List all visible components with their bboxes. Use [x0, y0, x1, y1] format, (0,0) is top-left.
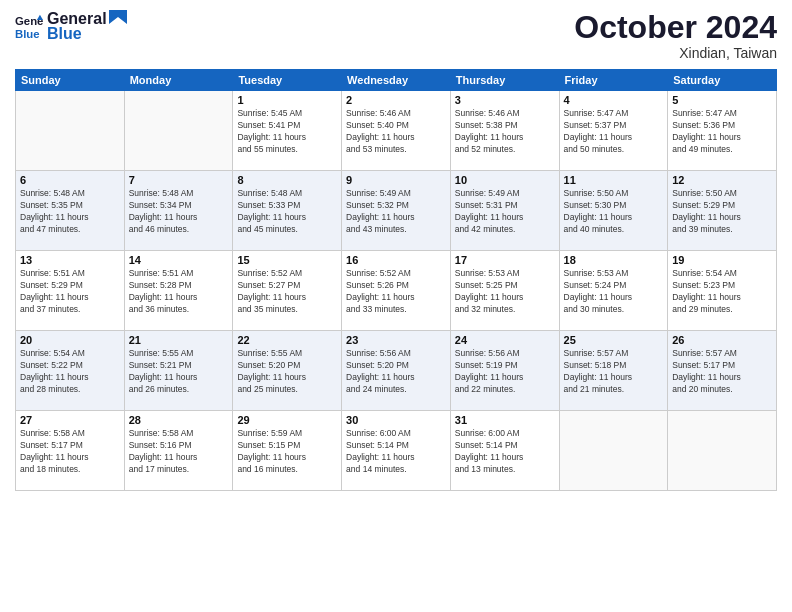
calendar-day-cell — [668, 411, 777, 491]
calendar-week-row: 1Sunrise: 5:45 AMSunset: 5:41 PMDaylight… — [16, 91, 777, 171]
day-number: 13 — [20, 254, 120, 266]
day-info: Sunrise: 5:45 AMSunset: 5:41 PMDaylight:… — [237, 108, 337, 156]
day-info: Sunrise: 5:54 AMSunset: 5:23 PMDaylight:… — [672, 268, 772, 316]
calendar-day-cell: 17Sunrise: 5:53 AMSunset: 5:25 PMDayligh… — [450, 251, 559, 331]
day-info: Sunrise: 5:58 AMSunset: 5:16 PMDaylight:… — [129, 428, 229, 476]
day-number: 8 — [237, 174, 337, 186]
calendar-week-row: 20Sunrise: 5:54 AMSunset: 5:22 PMDayligh… — [16, 331, 777, 411]
day-number: 28 — [129, 414, 229, 426]
day-number: 25 — [564, 334, 664, 346]
day-number: 30 — [346, 414, 446, 426]
day-number: 5 — [672, 94, 772, 106]
calendar-day-cell: 5Sunrise: 5:47 AMSunset: 5:36 PMDaylight… — [668, 91, 777, 171]
day-number: 31 — [455, 414, 555, 426]
title-block: October 2024 Xindian, Taiwan — [574, 10, 777, 61]
calendar-day-cell: 19Sunrise: 5:54 AMSunset: 5:23 PMDayligh… — [668, 251, 777, 331]
day-number: 23 — [346, 334, 446, 346]
calendar-day-cell: 28Sunrise: 5:58 AMSunset: 5:16 PMDayligh… — [124, 411, 233, 491]
calendar-day-cell: 14Sunrise: 5:51 AMSunset: 5:28 PMDayligh… — [124, 251, 233, 331]
day-number: 6 — [20, 174, 120, 186]
calendar-day-cell: 23Sunrise: 5:56 AMSunset: 5:20 PMDayligh… — [342, 331, 451, 411]
calendar-day-cell: 22Sunrise: 5:55 AMSunset: 5:20 PMDayligh… — [233, 331, 342, 411]
day-number: 19 — [672, 254, 772, 266]
calendar-day-cell — [124, 91, 233, 171]
day-number: 22 — [237, 334, 337, 346]
day-number: 24 — [455, 334, 555, 346]
day-number: 1 — [237, 94, 337, 106]
day-info: Sunrise: 5:58 AMSunset: 5:17 PMDaylight:… — [20, 428, 120, 476]
calendar-day-cell: 8Sunrise: 5:48 AMSunset: 5:33 PMDaylight… — [233, 171, 342, 251]
calendar-day-cell: 26Sunrise: 5:57 AMSunset: 5:17 PMDayligh… — [668, 331, 777, 411]
day-number: 26 — [672, 334, 772, 346]
day-info: Sunrise: 6:00 AMSunset: 5:14 PMDaylight:… — [455, 428, 555, 476]
day-number: 20 — [20, 334, 120, 346]
day-info: Sunrise: 5:48 AMSunset: 5:34 PMDaylight:… — [129, 188, 229, 236]
day-number: 11 — [564, 174, 664, 186]
day-number: 14 — [129, 254, 229, 266]
day-info: Sunrise: 5:57 AMSunset: 5:18 PMDaylight:… — [564, 348, 664, 396]
calendar-day-cell: 25Sunrise: 5:57 AMSunset: 5:18 PMDayligh… — [559, 331, 668, 411]
svg-marker-4 — [109, 10, 127, 24]
month-title: October 2024 — [574, 10, 777, 45]
calendar-day-cell: 9Sunrise: 5:49 AMSunset: 5:32 PMDaylight… — [342, 171, 451, 251]
calendar-day-cell: 30Sunrise: 6:00 AMSunset: 5:14 PMDayligh… — [342, 411, 451, 491]
calendar-week-row: 27Sunrise: 5:58 AMSunset: 5:17 PMDayligh… — [16, 411, 777, 491]
calendar-day-cell: 4Sunrise: 5:47 AMSunset: 5:37 PMDaylight… — [559, 91, 668, 171]
calendar-table: SundayMondayTuesdayWednesdayThursdayFrid… — [15, 69, 777, 491]
logo-icon: General Blue — [15, 13, 43, 41]
calendar-day-cell: 24Sunrise: 5:56 AMSunset: 5:19 PMDayligh… — [450, 331, 559, 411]
day-number: 16 — [346, 254, 446, 266]
day-number: 27 — [20, 414, 120, 426]
calendar-day-cell: 27Sunrise: 5:58 AMSunset: 5:17 PMDayligh… — [16, 411, 125, 491]
day-info: Sunrise: 5:57 AMSunset: 5:17 PMDaylight:… — [672, 348, 772, 396]
weekday-header-monday: Monday — [124, 70, 233, 91]
day-info: Sunrise: 5:49 AMSunset: 5:32 PMDaylight:… — [346, 188, 446, 236]
day-number: 12 — [672, 174, 772, 186]
calendar-day-cell: 21Sunrise: 5:55 AMSunset: 5:21 PMDayligh… — [124, 331, 233, 411]
calendar-day-cell: 10Sunrise: 5:49 AMSunset: 5:31 PMDayligh… — [450, 171, 559, 251]
calendar-day-cell: 6Sunrise: 5:48 AMSunset: 5:35 PMDaylight… — [16, 171, 125, 251]
weekday-header-friday: Friday — [559, 70, 668, 91]
day-info: Sunrise: 5:52 AMSunset: 5:27 PMDaylight:… — [237, 268, 337, 316]
calendar-week-row: 6Sunrise: 5:48 AMSunset: 5:35 PMDaylight… — [16, 171, 777, 251]
calendar-day-cell: 15Sunrise: 5:52 AMSunset: 5:27 PMDayligh… — [233, 251, 342, 331]
logo: General Blue General Blue — [15, 10, 127, 43]
day-info: Sunrise: 5:55 AMSunset: 5:21 PMDaylight:… — [129, 348, 229, 396]
calendar-day-cell: 16Sunrise: 5:52 AMSunset: 5:26 PMDayligh… — [342, 251, 451, 331]
day-number: 3 — [455, 94, 555, 106]
day-info: Sunrise: 5:48 AMSunset: 5:35 PMDaylight:… — [20, 188, 120, 236]
day-info: Sunrise: 5:51 AMSunset: 5:28 PMDaylight:… — [129, 268, 229, 316]
calendar-day-cell — [16, 91, 125, 171]
day-number: 17 — [455, 254, 555, 266]
day-number: 4 — [564, 94, 664, 106]
day-info: Sunrise: 5:56 AMSunset: 5:19 PMDaylight:… — [455, 348, 555, 396]
day-info: Sunrise: 5:46 AMSunset: 5:38 PMDaylight:… — [455, 108, 555, 156]
day-info: Sunrise: 5:59 AMSunset: 5:15 PMDaylight:… — [237, 428, 337, 476]
day-info: Sunrise: 5:53 AMSunset: 5:25 PMDaylight:… — [455, 268, 555, 316]
calendar-day-cell: 31Sunrise: 6:00 AMSunset: 5:14 PMDayligh… — [450, 411, 559, 491]
page-header: General Blue General Blue October 2024 X… — [15, 10, 777, 61]
weekday-header-tuesday: Tuesday — [233, 70, 342, 91]
day-number: 21 — [129, 334, 229, 346]
calendar-week-row: 13Sunrise: 5:51 AMSunset: 5:29 PMDayligh… — [16, 251, 777, 331]
day-info: Sunrise: 6:00 AMSunset: 5:14 PMDaylight:… — [346, 428, 446, 476]
day-info: Sunrise: 5:52 AMSunset: 5:26 PMDaylight:… — [346, 268, 446, 316]
calendar-day-cell: 18Sunrise: 5:53 AMSunset: 5:24 PMDayligh… — [559, 251, 668, 331]
day-info: Sunrise: 5:50 AMSunset: 5:30 PMDaylight:… — [564, 188, 664, 236]
day-number: 2 — [346, 94, 446, 106]
day-info: Sunrise: 5:51 AMSunset: 5:29 PMDaylight:… — [20, 268, 120, 316]
day-number: 15 — [237, 254, 337, 266]
day-number: 9 — [346, 174, 446, 186]
day-number: 29 — [237, 414, 337, 426]
day-info: Sunrise: 5:56 AMSunset: 5:20 PMDaylight:… — [346, 348, 446, 396]
day-info: Sunrise: 5:54 AMSunset: 5:22 PMDaylight:… — [20, 348, 120, 396]
calendar-day-cell: 20Sunrise: 5:54 AMSunset: 5:22 PMDayligh… — [16, 331, 125, 411]
weekday-header-wednesday: Wednesday — [342, 70, 451, 91]
calendar-day-cell: 3Sunrise: 5:46 AMSunset: 5:38 PMDaylight… — [450, 91, 559, 171]
day-info: Sunrise: 5:53 AMSunset: 5:24 PMDaylight:… — [564, 268, 664, 316]
calendar-day-cell: 7Sunrise: 5:48 AMSunset: 5:34 PMDaylight… — [124, 171, 233, 251]
svg-text:Blue: Blue — [15, 27, 40, 39]
logo-chevron-icon — [109, 10, 127, 24]
calendar-day-cell: 13Sunrise: 5:51 AMSunset: 5:29 PMDayligh… — [16, 251, 125, 331]
calendar-day-cell: 1Sunrise: 5:45 AMSunset: 5:41 PMDaylight… — [233, 91, 342, 171]
